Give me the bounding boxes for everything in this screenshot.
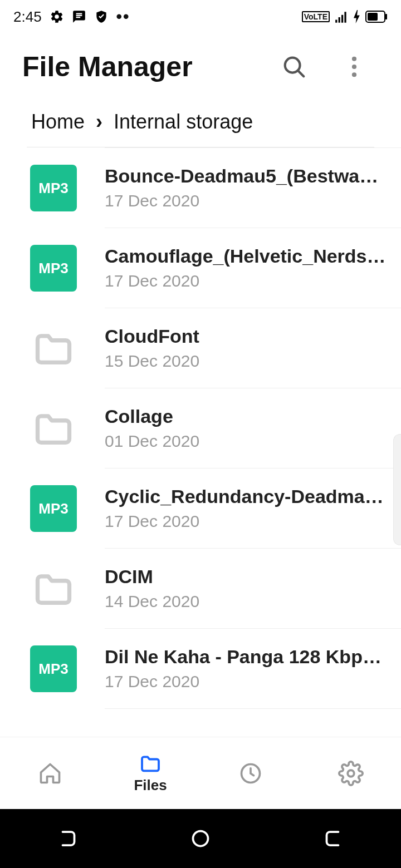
search-icon: [281, 54, 307, 80]
nav-recent[interactable]: [200, 737, 301, 809]
recents-icon: [57, 828, 77, 849]
chevron-right-icon: ›: [96, 110, 102, 133]
list-item[interactable]: DCIM 14 Dec 2020: [30, 549, 401, 629]
folder-icon: [30, 565, 77, 612]
list-item[interactable]: MP3 Dil Ne Kaha - Panga 128 Kbps.mp3 17 …: [30, 629, 401, 709]
more-options-button[interactable]: [341, 53, 368, 80]
nav-home[interactable]: [0, 737, 100, 809]
file-date: 14 Dec 2020: [105, 592, 388, 611]
back-icon: [324, 828, 344, 849]
circle-icon: [190, 828, 211, 849]
breadcrumb: Home › Internal storage: [27, 100, 374, 147]
file-name: Camouflage_(Helvetic_Nerds_Mix…: [105, 245, 388, 267]
status-bar: 2:45 •• VoLTE: [0, 0, 401, 33]
list-item[interactable]: CloudFont 15 Dec 2020: [30, 308, 401, 388]
more-dots-icon: ••: [116, 7, 130, 26]
list-item[interactable]: Collage 01 Dec 2020: [30, 388, 401, 468]
nav-settings[interactable]: [301, 737, 401, 809]
battery-icon: [365, 11, 388, 23]
volte-indicator: VoLTE: [302, 11, 330, 22]
file-list[interactable]: MP3 Bounce-Deadmau5_(Bestwap.in).… 17 De…: [0, 147, 401, 737]
file-date: 17 Dec 2020: [105, 512, 388, 531]
more-vertical-icon: [351, 56, 357, 77]
app-header: File Manager: [0, 33, 401, 100]
mp3-badge: MP3: [30, 485, 77, 532]
svg-rect-2: [368, 13, 378, 21]
breadcrumb-home[interactable]: Home: [31, 110, 85, 133]
home-icon: [38, 761, 62, 786]
svg-point-9: [348, 770, 354, 777]
mp3-badge: MP3: [30, 645, 77, 692]
bottom-nav: Files: [0, 737, 401, 809]
file-date: 17 Dec 2020: [105, 672, 388, 691]
nav-files-label: Files: [134, 777, 167, 794]
folder-icon: [30, 325, 77, 372]
signal-icon: [334, 9, 349, 24]
mp3-badge: MP3: [30, 245, 77, 292]
gear-icon: [50, 9, 64, 24]
folder-icon: [138, 752, 163, 775]
file-name: DCIM: [105, 566, 388, 588]
file-name: Bounce-Deadmau5_(Bestwap.in).…: [105, 165, 388, 187]
list-item[interactable]: MP3 Bounce-Deadmau5_(Bestwap.in).… 17 De…: [30, 148, 401, 228]
file-name: Cyclic_Redundancy-Deadmau5_(…: [105, 486, 388, 507]
search-button[interactable]: [281, 53, 307, 80]
file-name: Dil Ne Kaha - Panga 128 Kbps.mp3: [105, 646, 388, 668]
file-date: 17 Dec 2020: [105, 191, 388, 210]
page-title: File Manager: [22, 51, 281, 83]
svg-line-4: [298, 71, 304, 76]
gear-icon: [338, 761, 364, 786]
mp3-badge: MP3: [30, 165, 77, 211]
svg-point-5: [352, 57, 356, 61]
system-nav-bar: [0, 809, 401, 868]
sys-back-button[interactable]: [317, 822, 351, 855]
file-name: CloudFont: [105, 326, 388, 347]
clock-icon: [238, 761, 263, 786]
list-item[interactable]: MP3 Cyclic_Redundancy-Deadmau5_(… 17 Dec…: [30, 468, 401, 549]
file-date: 15 Dec 2020: [105, 352, 388, 371]
nav-files[interactable]: Files: [100, 737, 200, 809]
sys-home-button[interactable]: [184, 822, 217, 855]
sys-recents-button[interactable]: [50, 822, 84, 855]
charging-icon: [353, 10, 361, 23]
folder-icon: [30, 405, 77, 452]
file-date: 01 Dec 2020: [105, 432, 388, 451]
svg-point-7: [352, 72, 356, 77]
side-edge-handle[interactable]: [393, 434, 401, 545]
status-time: 2:45: [13, 8, 42, 26]
breadcrumb-current: Internal storage: [114, 110, 253, 133]
file-date: 17 Dec 2020: [105, 272, 388, 290]
message-icon: [72, 9, 86, 24]
svg-rect-1: [385, 14, 387, 19]
svg-point-10: [193, 831, 208, 846]
svg-point-6: [352, 65, 356, 69]
list-item[interactable]: MP3 Camouflage_(Helvetic_Nerds_Mix… 17 D…: [30, 228, 401, 308]
file-name: Collage: [105, 406, 388, 427]
shield-check-icon: [94, 9, 109, 24]
